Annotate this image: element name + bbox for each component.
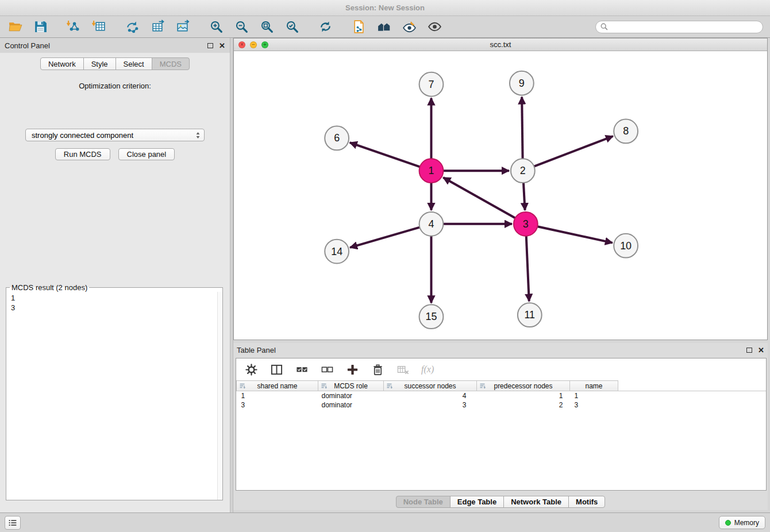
result-scrollbar[interactable] bbox=[217, 292, 222, 500]
table-row[interactable]: 3dominator323 bbox=[237, 400, 767, 410]
graph-node-11[interactable]: 11 bbox=[518, 303, 542, 327]
tab-select[interactable]: Select bbox=[116, 57, 152, 70]
close-window-icon[interactable]: × bbox=[238, 41, 245, 48]
delete-column-button[interactable] bbox=[371, 363, 384, 376]
graph-node-15[interactable]: 15 bbox=[419, 304, 444, 329]
graph-edge-1-6[interactable] bbox=[350, 142, 420, 167]
network-from-selection-button[interactable] bbox=[124, 19, 140, 35]
minimize-window-icon[interactable]: − bbox=[250, 41, 257, 48]
column-header-predecessor-nodes[interactable]: predecessor nodes bbox=[477, 381, 570, 391]
zoom-selected-icon bbox=[285, 20, 299, 34]
float-table-panel-icon[interactable] bbox=[746, 348, 752, 353]
refresh-layout-icon bbox=[318, 20, 333, 34]
mcds-result-list: 13 bbox=[6, 292, 222, 496]
tab-node-table[interactable]: Node Table bbox=[396, 496, 451, 508]
import-table-button[interactable] bbox=[91, 19, 107, 35]
tab-edge-table[interactable]: Edge Table bbox=[450, 496, 504, 508]
close-panel-button[interactable]: Close panel bbox=[118, 148, 175, 160]
graph-edge-2-9[interactable] bbox=[522, 97, 522, 159]
zoom-in-button[interactable] bbox=[208, 19, 224, 35]
network-canvas[interactable]: 7968124314101511 bbox=[234, 51, 767, 340]
svg-text:4: 4 bbox=[428, 218, 434, 230]
table-settings-button[interactable] bbox=[244, 363, 258, 376]
select-all-button[interactable] bbox=[295, 363, 309, 376]
export-table-button[interactable] bbox=[149, 19, 165, 35]
control-panel-header: Control Panel ✕ bbox=[0, 38, 230, 53]
graph-node-8[interactable]: 8 bbox=[614, 119, 638, 144]
first-neighbors-button[interactable] bbox=[376, 19, 392, 35]
table-cell[interactable] bbox=[618, 391, 767, 400]
zoom-selected-button[interactable] bbox=[284, 19, 300, 35]
graph-edge-3-11[interactable] bbox=[526, 236, 529, 302]
table-cell[interactable] bbox=[618, 400, 767, 410]
table-row[interactable]: 1dominator411 bbox=[237, 391, 767, 400]
graph-node-6[interactable]: 6 bbox=[325, 126, 349, 150]
float-panel-icon[interactable] bbox=[207, 43, 213, 48]
apply-layout-button[interactable] bbox=[317, 19, 333, 35]
table-cell[interactable]: dominator bbox=[318, 391, 384, 400]
status-menu-button[interactable] bbox=[5, 516, 21, 530]
search-input[interactable] bbox=[611, 23, 758, 31]
graph-node-10[interactable]: 10 bbox=[614, 234, 638, 258]
split-panel-button[interactable] bbox=[270, 363, 283, 376]
zoom-fit-button[interactable] bbox=[259, 19, 275, 35]
window-title: Session: New Session bbox=[345, 3, 425, 12]
graph-edge-2-8[interactable] bbox=[534, 136, 613, 167]
graph-edge-2-3[interactable] bbox=[523, 183, 525, 210]
show-annotations-button[interactable] bbox=[401, 19, 417, 35]
share-document-button[interactable] bbox=[351, 19, 367, 35]
delete-table-button[interactable] bbox=[396, 363, 410, 376]
tab-mcds[interactable]: MCDS bbox=[152, 57, 190, 70]
plus-icon bbox=[346, 364, 359, 376]
zoom-fit-icon bbox=[260, 20, 274, 34]
table-cell[interactable]: 3 bbox=[570, 400, 618, 410]
memory-button[interactable]: Memory bbox=[719, 516, 765, 529]
table-cell[interactable]: 1 bbox=[570, 391, 618, 400]
delete-table-icon bbox=[397, 364, 409, 376]
graph-node-7[interactable]: 7 bbox=[419, 72, 444, 97]
graph-node-3[interactable]: 3 bbox=[514, 212, 538, 236]
save-session-button[interactable] bbox=[32, 19, 48, 35]
close-control-panel-icon[interactable]: ✕ bbox=[219, 42, 225, 49]
column-header-name[interactable]: name bbox=[570, 381, 618, 391]
deselect-all-button[interactable] bbox=[320, 363, 334, 376]
table-cell[interactable]: 3 bbox=[384, 400, 477, 410]
table-cell[interactable]: 4 bbox=[384, 391, 477, 400]
main-toolbar bbox=[0, 16, 770, 38]
table-cell[interactable]: 1 bbox=[237, 391, 318, 400]
column-header-mcds-role[interactable]: MCDS role bbox=[318, 381, 384, 391]
open-file-button[interactable] bbox=[7, 19, 23, 35]
column-header-shared-name[interactable]: shared name bbox=[237, 381, 318, 391]
table-cell[interactable]: dominator bbox=[318, 400, 384, 410]
function-builder-button[interactable]: f(x) bbox=[421, 364, 434, 375]
zoom-out-button[interactable] bbox=[233, 19, 249, 35]
zoom-window-icon[interactable]: + bbox=[261, 41, 268, 48]
run-mcds-button[interactable]: Run MCDS bbox=[55, 148, 110, 160]
optimization-criterion-select[interactable]: strongly connected component bbox=[25, 129, 205, 141]
graph-edge-3-1[interactable] bbox=[443, 178, 515, 218]
table-cell[interactable]: 1 bbox=[477, 391, 570, 400]
tab-motifs[interactable]: Motifs bbox=[568, 496, 605, 508]
graph-node-4[interactable]: 4 bbox=[419, 212, 444, 236]
export-image-button[interactable] bbox=[175, 19, 191, 35]
toggle-graphics-details-button[interactable] bbox=[426, 19, 442, 35]
graph-svg[interactable]: 7968124314101511 bbox=[234, 51, 767, 340]
mcds-result-item[interactable]: 1 bbox=[11, 293, 222, 303]
graph-node-14[interactable]: 14 bbox=[325, 240, 349, 264]
graph-node-2[interactable]: 2 bbox=[511, 159, 535, 183]
tab-style[interactable]: Style bbox=[83, 57, 116, 70]
column-header-successor-nodes[interactable]: successor nodes bbox=[384, 381, 477, 391]
graph-node-1[interactable]: 1 bbox=[419, 159, 444, 183]
table-cell[interactable]: 3 bbox=[237, 400, 318, 410]
tab-network-table[interactable]: Network Table bbox=[503, 496, 569, 508]
tab-network[interactable]: Network bbox=[40, 57, 84, 70]
close-table-panel-icon[interactable]: ✕ bbox=[758, 346, 764, 354]
graph-edge-4-14[interactable] bbox=[350, 228, 419, 248]
graph-node-9[interactable]: 9 bbox=[510, 71, 534, 95]
import-network-button[interactable] bbox=[66, 19, 82, 35]
table-cell[interactable]: 2 bbox=[477, 400, 570, 410]
graph-edge-3-10[interactable] bbox=[537, 226, 613, 242]
add-column-button[interactable] bbox=[345, 363, 359, 376]
memory-label: Memory bbox=[734, 519, 759, 527]
mcds-result-item[interactable]: 3 bbox=[11, 303, 222, 313]
